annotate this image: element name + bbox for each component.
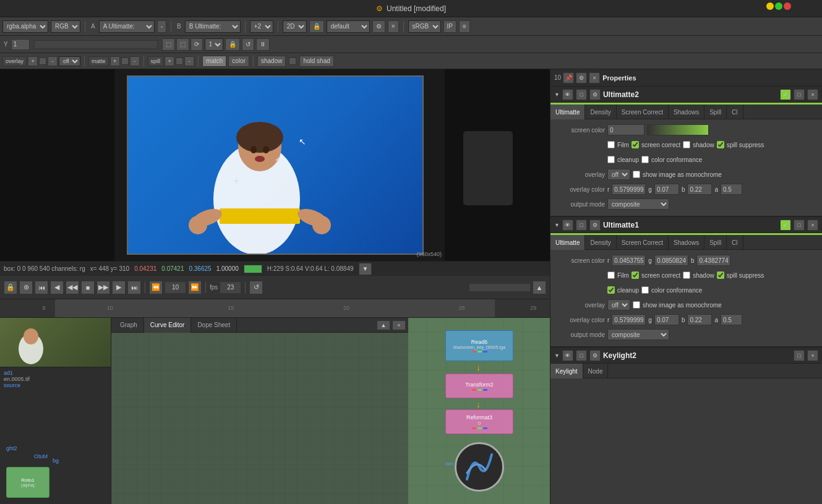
kl2-collapse[interactable]: ▼ <box>554 352 560 359</box>
u2-active-btn[interactable]: ✓ <box>780 89 791 100</box>
step-back-btn[interactable]: ◀◀ <box>66 281 79 294</box>
u1-overlay-a-input[interactable] <box>721 314 742 325</box>
u1-collapse[interactable]: ▼ <box>554 222 560 228</box>
frame-select[interactable]: 1 <box>205 38 223 51</box>
u2-screen-color-input[interactable] <box>607 124 644 135</box>
rwd-btn[interactable]: ⏪ <box>149 281 163 294</box>
u2-color-slider[interactable] <box>647 124 709 135</box>
u1-overlay-g-input[interactable] <box>654 314 679 325</box>
y-input[interactable] <box>11 39 30 50</box>
shadow-btn[interactable]: shadow <box>257 56 286 67</box>
kl2-tab-node[interactable]: Node <box>583 364 609 378</box>
minimize-btn[interactable] <box>766 2 774 10</box>
u1-overlay-b-input[interactable] <box>687 314 712 325</box>
u2-shadow-check[interactable] <box>683 141 690 148</box>
channel-select[interactable]: rgba.alpha <box>2 20 48 33</box>
stop-btn[interactable]: ■ <box>81 281 95 294</box>
matte-plus[interactable]: + <box>110 56 120 66</box>
graph-close[interactable]: ▲ <box>377 320 390 330</box>
u2-collapse[interactable]: ▼ <box>554 92 560 98</box>
hold-shad-btn[interactable]: hold shad <box>299 56 333 67</box>
u1-tab-shadows[interactable]: Shadows <box>669 235 704 250</box>
kl2-settings-btn[interactable]: ⚙ <box>589 350 601 361</box>
u1-tab-cl[interactable]: Cl <box>727 235 743 250</box>
u2-tab-shadows[interactable]: Shadows <box>669 105 704 119</box>
loop-btn[interactable]: ⊛ <box>19 281 33 294</box>
match-btn[interactable]: match <box>202 56 226 67</box>
bg-label[interactable]: bg <box>53 458 59 464</box>
u2-overlay-b-input[interactable] <box>687 184 712 195</box>
matte-minus[interactable]: - <box>130 56 140 66</box>
color-btn[interactable]: color <box>228 56 249 67</box>
u2-overlay-select[interactable]: off <box>607 169 630 180</box>
gain-select[interactable]: +2 <box>250 20 273 33</box>
kl2-view-btn[interactable]: □ <box>576 350 587 361</box>
panel-gear-btn[interactable]: ⚙ <box>576 72 587 83</box>
u1-screen-correct-check[interactable] <box>631 271 639 279</box>
u1-overlay-select[interactable]: off <box>607 299 630 310</box>
tab-dope-sheet[interactable]: Dope Sheet <box>191 318 237 333</box>
b-node-select[interactable]: B Ultimatte: <box>185 20 241 33</box>
maximize-btn[interactable] <box>775 2 782 10</box>
a-minus-btn[interactable]: - <box>157 20 166 33</box>
u1-shadow-check[interactable] <box>683 271 690 279</box>
u1-tab-ultimatte[interactable]: Ultimatte <box>550 235 585 250</box>
kl2-eye-btn[interactable]: 👁 <box>562 350 573 361</box>
u1-eye-btn[interactable]: 👁 <box>562 220 573 231</box>
lock-btn[interactable]: 🔒 <box>309 20 324 33</box>
source-link[interactable]: source <box>4 382 107 388</box>
spill-minus[interactable]: - <box>184 56 194 66</box>
settings-btn[interactable]: ⚙ <box>372 20 385 33</box>
u1-overlay-r-input[interactable] <box>612 314 646 325</box>
read1-link[interactable]: ad1 <box>4 370 107 376</box>
frame-input[interactable] <box>165 281 186 294</box>
status-expand-btn[interactable]: ▼ <box>359 263 372 275</box>
transport-settings[interactable]: ▲ <box>533 281 546 294</box>
panel-close-btn[interactable]: × <box>589 72 600 83</box>
u1-settings-btn[interactable]: ⚙ <box>589 220 601 231</box>
u1-active-btn[interactable]: ✓ <box>780 220 791 231</box>
u2-tab-ultimatte[interactable]: Ultimatte <box>550 105 585 119</box>
u2-screen-correct-check[interactable] <box>631 141 639 148</box>
u2-close-btn[interactable]: × <box>807 89 818 100</box>
u1-view-btn[interactable]: □ <box>576 220 587 231</box>
u1-screen-color-r[interactable] <box>612 255 646 266</box>
u2-view-btn[interactable]: □ <box>576 89 587 100</box>
u2-tab-screen-correct[interactable]: Screen Correct <box>617 105 669 119</box>
u1-screen-color-b[interactable] <box>696 255 730 266</box>
u2-overlay-r-input[interactable] <box>612 184 646 195</box>
close-btn[interactable] <box>784 2 791 10</box>
overlay-minus[interactable]: - <box>48 56 58 66</box>
tb-btn-3[interactable]: ⟳ <box>191 38 203 51</box>
tb-pause-btn[interactable]: ⏸ <box>256 38 270 51</box>
tb-btn-1[interactable]: ⬚ <box>162 38 175 51</box>
prev-frame-btn[interactable]: ◀ <box>50 281 64 294</box>
fps-input[interactable] <box>220 281 241 294</box>
u1-tab-density[interactable]: Density <box>585 235 616 250</box>
u2-color-conf-check[interactable] <box>641 156 649 163</box>
u1-spill-check[interactable] <box>717 271 724 279</box>
u2-tab-cl[interactable]: Cl <box>727 105 743 119</box>
reformat3-node[interactable]: Reformat3 0 <box>445 409 513 434</box>
to-start-btn[interactable]: ⏮ <box>35 281 48 294</box>
tb-refresh-btn[interactable]: ↺ <box>242 38 254 51</box>
u1-view2-btn[interactable]: □ <box>794 220 805 231</box>
lock-transport-btn[interactable]: 🔒 <box>4 281 17 294</box>
kl2-close-btn[interactable]: × <box>807 350 818 361</box>
kl2-tab-keylight[interactable]: Keylight <box>550 364 583 378</box>
ip-btn[interactable]: IP <box>443 20 456 33</box>
overlay-val-select[interactable]: off <box>59 56 80 66</box>
u2-eye-btn[interactable]: 👁 <box>562 89 573 100</box>
graph-expand[interactable]: × <box>392 320 406 330</box>
u2-settings-btn[interactable]: ⚙ <box>589 89 601 100</box>
u1-output-mode-select[interactable]: composite <box>607 329 669 340</box>
u1-cleanup-check[interactable] <box>607 286 615 294</box>
om-label[interactable]: om <box>445 461 453 467</box>
u1-monochrome-check[interactable] <box>633 301 640 309</box>
u2-tab-spill[interactable]: Spill <box>704 105 727 119</box>
default-select[interactable]: default <box>327 20 370 33</box>
colorspace-select[interactable]: sRGB <box>408 20 441 33</box>
mode-select[interactable]: RGB <box>51 20 80 33</box>
fwd-btn[interactable]: ⏩ <box>188 281 202 294</box>
kl2-view2-btn[interactable]: □ <box>794 350 805 361</box>
